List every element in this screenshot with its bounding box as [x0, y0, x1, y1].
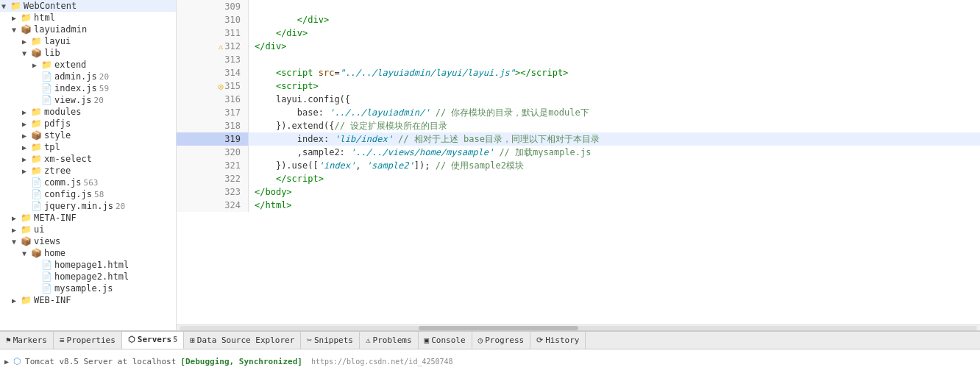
- line-content: <script src="../../layuiadmin/layui/layu…: [249, 66, 980, 79]
- server-icon: ⬡: [13, 356, 21, 366]
- tree-icon: 📄: [41, 271, 53, 282]
- servers-tab-label: Servers: [138, 335, 171, 344]
- code-line: 310 </div>: [177, 13, 980, 26]
- tree-item-homepage2.html[interactable]: 📄homepage2.html: [0, 271, 176, 283]
- tree-label: layui: [44, 36, 71, 46]
- tree-item-config.js[interactable]: 📄config.js58: [0, 188, 176, 200]
- line-number: 319: [177, 132, 249, 146]
- tree-item-style[interactable]: ▶📦style: [0, 129, 176, 141]
- tree-item-WEB-INF[interactable]: ▶📁WEB-INF: [0, 294, 176, 306]
- tree-icon: 📦: [21, 24, 32, 35]
- tree-item-home[interactable]: ▼📦home: [0, 247, 176, 259]
- tree-icon: 📄: [41, 83, 53, 93]
- bottom-tab-console[interactable]: ▣Console: [419, 332, 472, 349]
- tree-label: style: [44, 130, 71, 141]
- bottom-tab-servers[interactable]: ⬡Servers5: [122, 332, 184, 349]
- history-tab-icon: ⟳: [536, 335, 543, 345]
- bottom-tab-markers[interactable]: ⚑Markers: [0, 332, 54, 349]
- code-line: 309: [177, 0, 980, 13]
- line-content: </div>: [249, 13, 980, 26]
- code-editor: 309310 </div>311 </div>⚠312</div>313314 …: [177, 0, 980, 330]
- tree-item-lib[interactable]: ▼📦lib: [0, 47, 176, 59]
- tree-item-webcontent[interactable]: ▼📁WebContent: [0, 0, 176, 12]
- bottom-tab-progress[interactable]: ◷Progress: [472, 332, 531, 349]
- tree-item-ztree[interactable]: ▶📁ztree: [0, 165, 176, 177]
- tree-badge: 58: [94, 190, 104, 199]
- tree-item-jquery.min.js[interactable]: 📄jquery.min.js20: [0, 200, 176, 212]
- tree-arrow: ▼: [12, 26, 21, 34]
- code-line: 318 }).extend({// 设定扩展模块所在的目录: [177, 119, 980, 132]
- line-content: }).use(['index', 'sample2']); // 使用sampl…: [249, 159, 980, 172]
- tree-arrow: ▼: [22, 49, 31, 57]
- server-status: [Debugging, Synchronized]: [180, 357, 302, 366]
- line-number: 317: [177, 106, 249, 119]
- snippets-tab-icon: ✂: [307, 335, 312, 345]
- tree-badge: 20: [116, 202, 125, 211]
- tree-item-layuiadmin[interactable]: ▼📦layuiadmin: [0, 24, 176, 35]
- expand-arrow[interactable]: ▶: [4, 358, 9, 366]
- tree-item-pdfjs[interactable]: ▶📁pdfjs: [0, 118, 176, 129]
- properties-tab-icon: ≡: [60, 335, 65, 345]
- line-content: </div>: [249, 40, 980, 53]
- tree-item-META-INF[interactable]: ▶📁META-INF: [0, 212, 176, 224]
- line-content: </body>: [249, 185, 980, 199]
- server-label: Tomcat v8.5 Server at localhost: [25, 357, 176, 366]
- line-content: <script>: [249, 79, 980, 93]
- tree-arrow: ▶: [22, 132, 31, 140]
- tree-label: admin.js: [54, 71, 97, 82]
- code-line: 322 </script>: [177, 172, 980, 185]
- code-line: 319 index: 'lib/index' // 相对于上述 base目录，同…: [177, 132, 980, 146]
- line-number: 309: [177, 0, 249, 13]
- tree-icon: 📄: [31, 177, 43, 188]
- line-content: layui.config({: [249, 93, 980, 106]
- tree-icon: 📁: [31, 107, 43, 117]
- horizontal-scrollbar[interactable]: [177, 324, 980, 330]
- tree-label: home: [44, 248, 65, 258]
- tree-item-extend[interactable]: ▶📁extend: [0, 59, 176, 71]
- line-number: 311: [177, 26, 249, 40]
- tree-item-ui[interactable]: ▶📁ui: [0, 224, 176, 235]
- servers-tab-badge: 5: [173, 335, 177, 344]
- main-area: ▼📁WebContent▶📁html▼📦layuiadmin▶📁layui▼📦l…: [0, 0, 980, 330]
- tree-item-mysample.js[interactable]: 📄mysample.js: [0, 283, 176, 294]
- bottom-tab-datasource[interactable]: ⊞Data Source Explorer: [184, 332, 301, 349]
- tree-icon: 📦: [31, 248, 43, 258]
- code-line: 314 <script src="../../layuiadmin/layui/…: [177, 66, 980, 79]
- tree-item-comm.js[interactable]: 📄comm.js563: [0, 177, 176, 188]
- code-line: 317 base: '../../layuiadmin/' // 你存模块的目录…: [177, 106, 980, 119]
- tree-badge: 20: [99, 72, 109, 82]
- tree-item-views[interactable]: ▼📦views: [0, 235, 176, 247]
- tree-item-index.js[interactable]: 📄index.js59: [0, 82, 176, 94]
- code-line: 316 layui.config({: [177, 93, 980, 106]
- tree-item-html[interactable]: ▶📁html: [0, 12, 176, 24]
- tree-item-modules[interactable]: ▶📁modules: [0, 106, 176, 118]
- bottom-tab-history[interactable]: ⟳History: [530, 332, 586, 349]
- tree-item-homepage1.html[interactable]: 📄homepage1.html: [0, 259, 176, 271]
- tree-icon: 📄: [31, 189, 43, 199]
- tree-item-xm-select[interactable]: ▶📁xm-select: [0, 153, 176, 165]
- tree-icon: 📄: [31, 201, 43, 211]
- bottom-tab-properties[interactable]: ≡Properties: [54, 332, 122, 349]
- bottom-tab-snippets[interactable]: ✂Snippets: [301, 332, 360, 349]
- tree-item-tpl[interactable]: ▶📁tpl: [0, 141, 176, 153]
- tree-arrow: ▶: [22, 120, 31, 128]
- tree-label: html: [34, 13, 55, 23]
- tree-label: xm-select: [44, 154, 92, 164]
- line-content: }).extend({// 设定扩展模块所在的目录: [249, 119, 980, 132]
- tree-label: META-INF: [34, 213, 77, 223]
- bottom-tab-problems[interactable]: ⚠Problems: [360, 332, 419, 349]
- tree-item-admin.js[interactable]: 📄admin.js20: [0, 71, 176, 82]
- sidebar: ▼📁WebContent▶📁html▼📦layuiadmin▶📁layui▼📦l…: [0, 0, 177, 330]
- tree-arrow: ▶: [32, 61, 41, 69]
- tree-label: tpl: [44, 142, 60, 152]
- line-content: ,sample2: '../../views/home/mysample' //…: [249, 146, 980, 159]
- tree-arrow: ▶: [12, 214, 21, 222]
- line-content: [249, 53, 980, 66]
- line-number: 322: [177, 172, 249, 185]
- tree-item-layui[interactable]: ▶📁layui: [0, 35, 176, 47]
- bottom-content: ▶ ⬡ Tomcat v8.5 Server at localhost [Deb…: [0, 349, 980, 373]
- tree-item-view.js[interactable]: 📄view.js20: [0, 94, 176, 106]
- problems-tab-icon: ⚠: [366, 335, 371, 345]
- gutter-icon: ⚠: [219, 42, 224, 51]
- servers-tab-icon: ⬡: [128, 335, 135, 344]
